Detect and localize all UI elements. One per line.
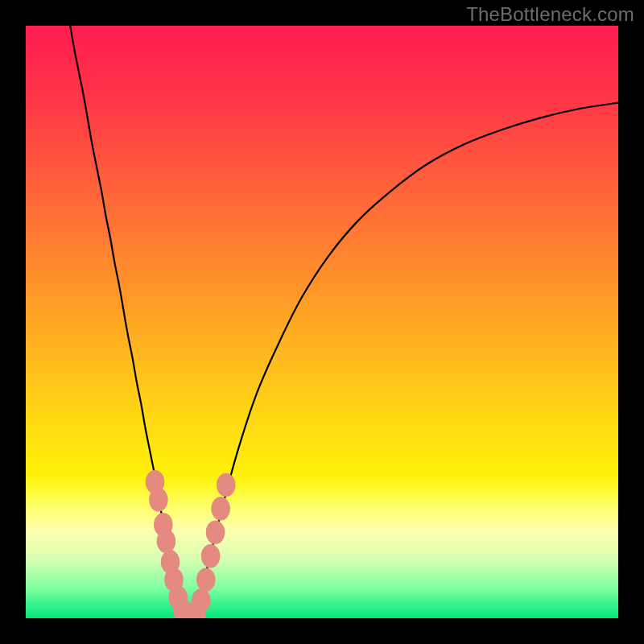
data-marker bbox=[149, 488, 168, 511]
right-branch-curve bbox=[191, 103, 618, 618]
data-marker bbox=[157, 530, 176, 553]
data-marker bbox=[201, 544, 221, 568]
data-marker bbox=[192, 588, 211, 612]
data-marker bbox=[206, 521, 225, 544]
chart-frame: TheBottleneck.com bbox=[0, 0, 644, 644]
data-marker bbox=[211, 497, 230, 520]
data-marker bbox=[196, 568, 216, 591]
left-branch-curve bbox=[70, 26, 190, 618]
data-marker bbox=[217, 473, 236, 497]
marker-group bbox=[146, 470, 236, 618]
watermark-text: TheBottleneck.com bbox=[466, 3, 634, 26]
curves-layer bbox=[26, 26, 618, 618]
plot-area bbox=[26, 26, 618, 618]
